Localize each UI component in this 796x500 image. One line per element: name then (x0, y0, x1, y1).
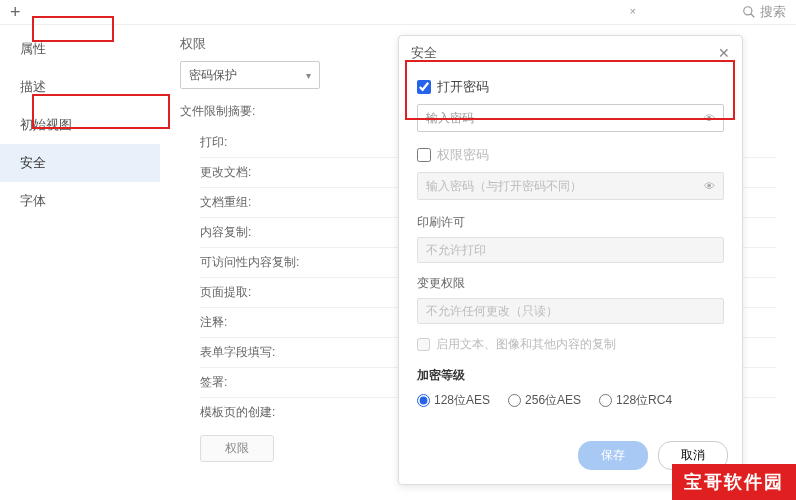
sidebar-item-fonts[interactable]: 字体 (0, 182, 160, 220)
chevron-down-icon: ▾ (306, 70, 311, 81)
close-icon[interactable]: ✕ (718, 45, 730, 61)
open-password-input[interactable]: 输入密码 👁 (417, 104, 724, 132)
password-placeholder: 输入密码 (426, 110, 474, 127)
svg-line-1 (751, 14, 755, 18)
permissions-button[interactable]: 权限 (200, 435, 274, 462)
search-placeholder: 搜索 (760, 3, 786, 21)
radio-128aes[interactable]: 128位AES (417, 392, 490, 409)
new-tab-button[interactable]: + (10, 2, 21, 23)
open-password-check[interactable] (417, 80, 431, 94)
perm-password-label: 权限密码 (437, 146, 489, 164)
perm-password-input: 输入密码（与打开密码不同） 👁 (417, 172, 724, 200)
print-permission-label: 印刷许可 (417, 214, 724, 231)
encryption-level-title: 加密等级 (417, 367, 724, 384)
tab-close-icon[interactable]: × (630, 5, 636, 17)
radio-128rc4[interactable]: 128位RC4 (599, 392, 672, 409)
print-permission-select: 不允许打印 (417, 237, 724, 263)
perm-password-checkbox[interactable]: 权限密码 (417, 146, 724, 164)
open-password-checkbox[interactable]: 打开密码 (417, 78, 724, 96)
watermark: 宝哥软件园 (672, 464, 796, 500)
sidebar-item-initial-view[interactable]: 初始视图 (0, 106, 160, 144)
perm-password-check[interactable] (417, 148, 431, 162)
password-protect-dropdown[interactable]: 密码保护 ▾ (180, 61, 320, 89)
sidebar: 属性 描述 初始视图 安全 字体 (0, 25, 160, 500)
perm-password-placeholder: 输入密码（与打开密码不同） (426, 178, 582, 195)
radio-256aes[interactable]: 256位AES (508, 392, 581, 409)
search-icon (742, 5, 756, 19)
enable-copy-label: 启用文本、图像和其他内容的复制 (436, 336, 616, 353)
change-permission-select: 不允许任何更改（只读） (417, 298, 724, 324)
dialog-save-button[interactable]: 保存 (578, 441, 648, 470)
sidebar-item-properties[interactable]: 属性 (0, 30, 160, 68)
open-password-label: 打开密码 (437, 78, 489, 96)
sidebar-item-security[interactable]: 安全 (0, 144, 160, 182)
change-permission-label: 变更权限 (417, 275, 724, 292)
dropdown-value: 密码保护 (189, 67, 237, 84)
security-dialog: 安全 ✕ 打开密码 输入密码 👁 权限密码 输入密码（与打开密码不同） 👁 印刷… (398, 35, 743, 485)
enable-copy-check (417, 338, 430, 351)
eye-icon[interactable]: 👁 (704, 112, 715, 124)
encryption-radio-group: 128位AES 256位AES 128位RC4 (417, 392, 724, 409)
svg-point-0 (744, 7, 752, 15)
eye-icon: 👁 (704, 180, 715, 192)
sidebar-item-description[interactable]: 描述 (0, 68, 160, 106)
dialog-title: 安全 (411, 44, 437, 62)
enable-copy-checkbox: 启用文本、图像和其他内容的复制 (417, 336, 724, 353)
search-box[interactable]: 搜索 (742, 3, 786, 21)
